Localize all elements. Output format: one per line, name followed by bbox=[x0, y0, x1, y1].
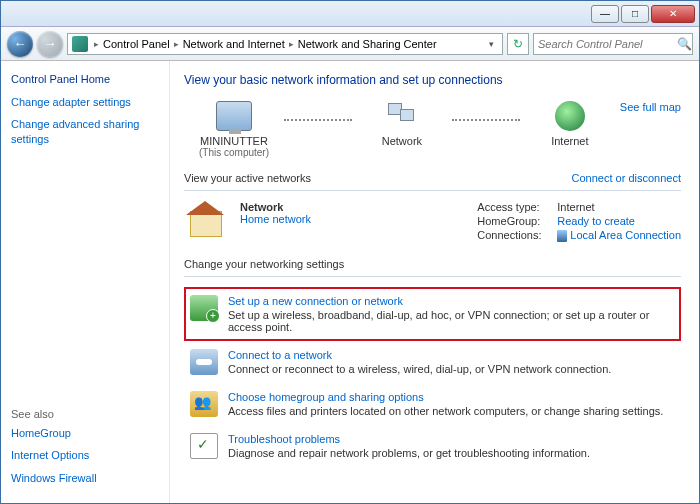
map-node-label: MININUTTER bbox=[184, 135, 284, 147]
option-description: Diagnose and repair network problems, or… bbox=[228, 447, 590, 459]
address-dropdown[interactable]: ▾ bbox=[484, 39, 498, 49]
seealso-windows-firewall[interactable]: Windows Firewall bbox=[11, 471, 159, 485]
option-title-link[interactable]: Set up a new connection or network bbox=[228, 295, 675, 307]
network-name: Network bbox=[240, 201, 311, 213]
globe-icon bbox=[555, 101, 585, 131]
main-content: View your basic network information and … bbox=[169, 61, 699, 504]
option-icon bbox=[190, 433, 218, 459]
change-settings-heading: Change your networking settings bbox=[184, 258, 681, 270]
chevron-right-icon[interactable]: ▸ bbox=[94, 39, 99, 49]
window-titlebar: — □ ✕ bbox=[1, 1, 699, 27]
divider bbox=[184, 276, 681, 277]
breadcrumb-sharing-center[interactable]: Network and Sharing Center bbox=[296, 38, 439, 50]
back-button[interactable]: ← bbox=[7, 31, 33, 57]
map-connector bbox=[284, 119, 352, 121]
settings-option[interactable]: Set up a new connection or networkSet up… bbox=[184, 287, 681, 341]
close-button[interactable]: ✕ bbox=[651, 5, 695, 23]
page-heading: View your basic network information and … bbox=[184, 73, 681, 87]
map-connector bbox=[452, 119, 520, 121]
divider bbox=[184, 190, 681, 191]
connection-icon bbox=[557, 230, 567, 242]
refresh-button[interactable]: ↻ bbox=[507, 33, 529, 55]
option-icon bbox=[190, 349, 218, 375]
seealso-homegroup[interactable]: HomeGroup bbox=[11, 426, 159, 440]
prop-key: HomeGroup: bbox=[477, 215, 557, 227]
network-map: MININUTTER (This computer) Network Inter… bbox=[184, 101, 681, 158]
map-node-label: Network bbox=[352, 135, 452, 147]
map-node-network: Network bbox=[352, 101, 452, 147]
network-type-link[interactable]: Home network bbox=[240, 213, 311, 225]
option-title-link[interactable]: Troubleshoot problems bbox=[228, 433, 590, 445]
prop-value-connection-link[interactable]: Local Area Connection bbox=[557, 229, 681, 242]
settings-option[interactable]: Troubleshoot problemsDiagnose and repair… bbox=[184, 425, 681, 467]
option-icon bbox=[190, 295, 218, 321]
forward-button[interactable]: → bbox=[37, 31, 63, 57]
network-icon bbox=[384, 101, 420, 131]
search-input[interactable] bbox=[538, 38, 677, 50]
settings-option[interactable]: Connect to a networkConnect or reconnect… bbox=[184, 341, 681, 383]
map-node-this-computer: MININUTTER (This computer) bbox=[184, 101, 284, 158]
navigation-bar: ← → ▸ Control Panel ▸ Network and Intern… bbox=[1, 27, 699, 61]
seealso-internet-options[interactable]: Internet Options bbox=[11, 448, 159, 462]
sidebar-link-advanced-sharing[interactable]: Change advanced sharing settings bbox=[11, 117, 159, 146]
maximize-button[interactable]: □ bbox=[621, 5, 649, 23]
prop-value-access: Internet bbox=[557, 201, 594, 213]
map-node-sublabel: (This computer) bbox=[184, 147, 284, 158]
option-description: Connect or reconnect to a wireless, wire… bbox=[228, 363, 611, 375]
settings-option[interactable]: Choose homegroup and sharing optionsAcce… bbox=[184, 383, 681, 425]
sidebar-link-adapter-settings[interactable]: Change adapter settings bbox=[11, 95, 159, 109]
see-also-heading: See also bbox=[11, 408, 159, 420]
search-icon: 🔍 bbox=[677, 37, 692, 51]
sidebar: Control Panel Home Change adapter settin… bbox=[1, 61, 169, 504]
control-panel-home-link[interactable]: Control Panel Home bbox=[11, 73, 159, 85]
home-network-icon bbox=[184, 201, 226, 239]
prop-value-homegroup-link[interactable]: Ready to create bbox=[557, 215, 635, 227]
option-description: Access files and printers located on oth… bbox=[228, 405, 663, 417]
active-network-row: Network Home network Access type: Intern… bbox=[184, 201, 681, 244]
minimize-button[interactable]: — bbox=[591, 5, 619, 23]
computer-icon bbox=[216, 101, 252, 131]
prop-key: Access type: bbox=[477, 201, 557, 213]
chevron-right-icon[interactable]: ▸ bbox=[289, 39, 294, 49]
connect-disconnect-link[interactable]: Connect or disconnect bbox=[572, 172, 681, 184]
option-description: Set up a wireless, broadband, dial-up, a… bbox=[228, 309, 675, 333]
network-properties: Access type: Internet HomeGroup: Ready t… bbox=[477, 201, 681, 244]
breadcrumb-control-panel[interactable]: Control Panel bbox=[101, 38, 172, 50]
search-box[interactable]: 🔍 bbox=[533, 33, 693, 55]
option-title-link[interactable]: Connect to a network bbox=[228, 349, 611, 361]
address-bar[interactable]: ▸ Control Panel ▸ Network and Internet ▸… bbox=[67, 33, 503, 55]
chevron-right-icon[interactable]: ▸ bbox=[174, 39, 179, 49]
see-full-map-link[interactable]: See full map bbox=[620, 101, 681, 113]
option-title-link[interactable]: Choose homegroup and sharing options bbox=[228, 391, 663, 403]
map-node-internet: Internet bbox=[520, 101, 620, 147]
breadcrumb-network-internet[interactable]: Network and Internet bbox=[181, 38, 287, 50]
option-icon bbox=[190, 391, 218, 417]
active-networks-heading: View your active networks bbox=[184, 172, 311, 184]
control-panel-icon bbox=[72, 36, 88, 52]
map-node-label: Internet bbox=[520, 135, 620, 147]
prop-key: Connections: bbox=[477, 229, 557, 242]
